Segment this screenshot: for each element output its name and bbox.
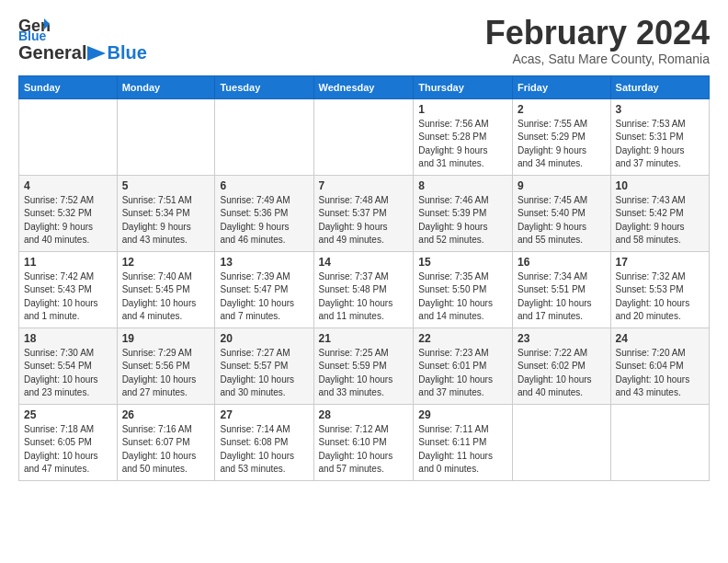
day-number: 7	[319, 179, 409, 192]
day-info-line: Sunrise: 7:27 AM	[220, 348, 290, 358]
day-info-line: Sunset: 6:01 PM	[418, 361, 486, 371]
svg-marker-3	[87, 46, 106, 61]
day-info-line: and 0 minutes.	[418, 464, 479, 474]
day-info-line: Sunrise: 7:32 AM	[616, 271, 686, 282]
day-info-line: Sunset: 6:04 PM	[616, 361, 684, 371]
day-info-line: Sunset: 5:54 PM	[24, 361, 92, 371]
day-info-line: and 34 minutes.	[518, 158, 583, 168]
day-info: Sunrise: 7:49 AMSunset: 5:36 PMDaylight:…	[220, 194, 308, 247]
day-info-line: and 58 minutes.	[616, 235, 681, 245]
calendar-week-row: 18Sunrise: 7:30 AMSunset: 5:54 PMDayligh…	[19, 327, 710, 404]
svg-text:Blue: Blue	[18, 29, 47, 40]
day-info: Sunrise: 7:23 AMSunset: 6:01 PMDaylight:…	[418, 347, 507, 400]
calendar-week-row: 11Sunrise: 7:42 AMSunset: 5:43 PMDayligh…	[19, 251, 710, 327]
day-info: Sunrise: 7:29 AMSunset: 5:56 PMDaylight:…	[122, 347, 210, 400]
day-info-line: Daylight: 11 hours	[418, 451, 493, 461]
day-info: Sunrise: 7:30 AMSunset: 5:54 PMDaylight:…	[24, 347, 112, 400]
day-info-line: Daylight: 9 hours	[518, 222, 586, 232]
day-of-week-header: Friday	[512, 75, 610, 98]
day-info-line: and 40 minutes.	[24, 235, 89, 245]
calendar-cell	[215, 98, 313, 175]
day-info-line: Daylight: 10 hours	[616, 298, 690, 308]
day-number: 23	[518, 332, 606, 345]
logo-arrow-icon	[87, 46, 106, 61]
day-info-line: Sunrise: 7:37 AM	[319, 271, 389, 282]
day-info: Sunrise: 7:14 AMSunset: 6:08 PMDaylight:…	[220, 423, 308, 477]
calendar-cell: 17Sunrise: 7:32 AMSunset: 5:53 PMDayligh…	[610, 251, 709, 327]
day-info-line: Sunrise: 7:23 AM	[418, 348, 488, 358]
day-info-line: Daylight: 10 hours	[418, 298, 493, 308]
day-info-line: Sunrise: 7:40 AM	[122, 271, 192, 282]
day-info-line: Sunset: 5:59 PM	[319, 361, 387, 371]
calendar-cell: 6Sunrise: 7:49 AMSunset: 5:36 PMDaylight…	[215, 175, 313, 251]
day-info: Sunrise: 7:43 AMSunset: 5:42 PMDaylight:…	[616, 194, 704, 247]
day-info: Sunrise: 7:18 AMSunset: 6:05 PMDaylight:…	[24, 423, 112, 477]
day-number: 11	[24, 256, 112, 269]
day-info-line: Daylight: 9 hours	[220, 222, 289, 232]
day-info: Sunrise: 7:37 AMSunset: 5:48 PMDaylight:…	[319, 270, 409, 324]
day-number: 13	[220, 256, 308, 269]
day-of-week-header: Saturday	[610, 75, 709, 98]
calendar-cell: 21Sunrise: 7:25 AMSunset: 5:59 PMDayligh…	[313, 327, 414, 404]
day-number: 18	[24, 332, 112, 345]
day-info-line: Sunrise: 7:39 AM	[220, 271, 290, 282]
day-info-line: Sunrise: 7:11 AM	[418, 424, 488, 434]
day-info-line: Daylight: 10 hours	[518, 374, 592, 385]
day-info-line: Daylight: 9 hours	[319, 222, 388, 232]
day-number: 21	[319, 332, 409, 345]
day-number: 28	[319, 408, 409, 421]
day-info-line: Sunset: 5:31 PM	[616, 132, 684, 142]
day-info-line: and 57 minutes.	[319, 464, 384, 474]
day-info-line: Sunrise: 7:20 AM	[616, 348, 686, 358]
day-info-line: Daylight: 9 hours	[616, 222, 685, 232]
day-info: Sunrise: 7:27 AMSunset: 5:57 PMDaylight:…	[220, 347, 308, 400]
day-info-line: Daylight: 10 hours	[319, 374, 393, 385]
calendar-cell: 2Sunrise: 7:55 AMSunset: 5:29 PMDaylight…	[512, 98, 610, 175]
day-info-line: Sunset: 6:11 PM	[418, 437, 486, 447]
day-info-line: Daylight: 10 hours	[24, 298, 98, 308]
day-info-line: Sunset: 6:05 PM	[24, 437, 92, 447]
calendar-week-row: 4Sunrise: 7:52 AMSunset: 5:32 PMDaylight…	[19, 175, 710, 251]
day-number: 4	[24, 179, 112, 192]
day-info-line: Daylight: 10 hours	[24, 374, 98, 385]
day-number: 10	[616, 179, 704, 192]
day-info: Sunrise: 7:42 AMSunset: 5:43 PMDaylight:…	[24, 270, 112, 324]
day-info-line: Daylight: 9 hours	[24, 222, 93, 232]
day-info-line: Daylight: 10 hours	[220, 298, 294, 308]
day-info: Sunrise: 7:35 AMSunset: 5:50 PMDaylight:…	[418, 270, 507, 324]
day-info-line: Sunset: 5:45 PM	[122, 284, 190, 294]
day-info-line: and 37 minutes.	[418, 387, 483, 397]
day-info-line: Sunrise: 7:49 AM	[220, 195, 290, 205]
calendar-cell: 22Sunrise: 7:23 AMSunset: 6:01 PMDayligh…	[414, 327, 513, 404]
day-info: Sunrise: 7:53 AMSunset: 5:31 PMDaylight:…	[616, 118, 704, 171]
day-info-line: and 37 minutes.	[616, 158, 681, 168]
day-info-line: Sunset: 6:02 PM	[518, 361, 586, 371]
calendar-cell	[117, 98, 215, 175]
day-info-line: Sunset: 5:29 PM	[518, 132, 586, 142]
day-info-line: Daylight: 10 hours	[122, 451, 197, 461]
calendar-cell: 15Sunrise: 7:35 AMSunset: 5:50 PMDayligh…	[414, 251, 513, 327]
calendar-cell: 29Sunrise: 7:11 AMSunset: 6:11 PMDayligh…	[414, 404, 513, 480]
day-info-line: Sunset: 5:28 PM	[418, 132, 486, 142]
day-info-line: Daylight: 10 hours	[418, 374, 493, 385]
day-info-line: Sunset: 5:37 PM	[319, 208, 387, 218]
day-info-line: Sunset: 6:08 PM	[220, 437, 288, 447]
calendar-cell: 26Sunrise: 7:16 AMSunset: 6:07 PMDayligh…	[117, 404, 215, 480]
day-number: 27	[220, 408, 308, 421]
calendar-cell: 23Sunrise: 7:22 AMSunset: 6:02 PMDayligh…	[512, 327, 610, 404]
day-of-week-header: Tuesday	[215, 75, 313, 98]
day-info-line: Sunrise: 7:29 AM	[122, 348, 192, 358]
day-info-line: Daylight: 10 hours	[24, 451, 98, 461]
calendar-cell: 18Sunrise: 7:30 AMSunset: 5:54 PMDayligh…	[19, 327, 118, 404]
day-number: 9	[518, 179, 606, 192]
calendar-cell	[313, 98, 414, 175]
day-info: Sunrise: 7:32 AMSunset: 5:53 PMDaylight:…	[616, 270, 704, 324]
day-info-line: Daylight: 10 hours	[122, 298, 197, 308]
day-info: Sunrise: 7:12 AMSunset: 6:10 PMDaylight:…	[319, 423, 409, 477]
day-info-line: Daylight: 10 hours	[319, 298, 393, 308]
location-subtitle: Acas, Satu Mare County, Romania	[485, 52, 710, 66]
day-number: 24	[616, 332, 704, 345]
day-info-line: Sunset: 5:53 PM	[616, 284, 684, 294]
day-info-line: Daylight: 10 hours	[122, 374, 197, 385]
header: General Blue General Blue February 2024 …	[18, 15, 710, 66]
